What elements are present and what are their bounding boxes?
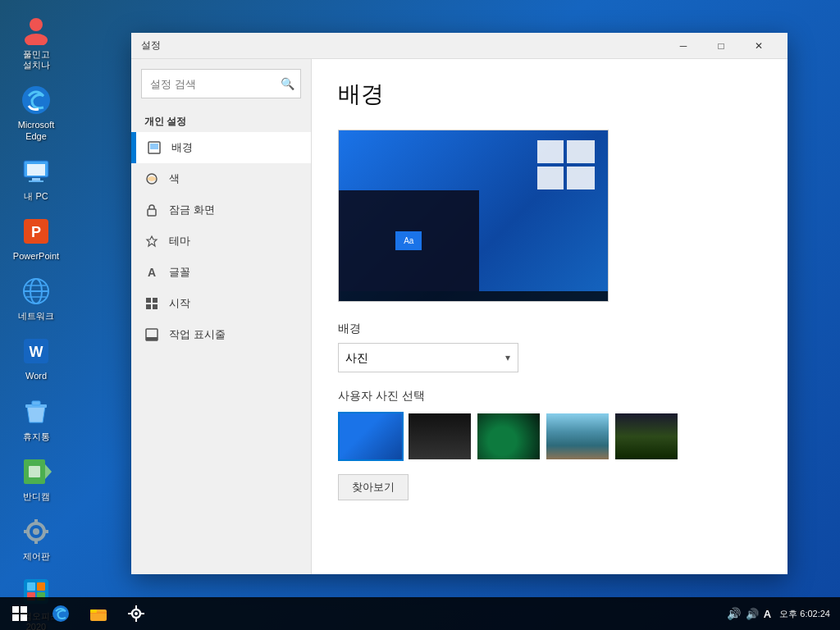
svg-rect-28 — [27, 582, 35, 591]
font-label: 글꼴 — [169, 265, 190, 280]
sidebar-item-theme[interactable]: 테마 — [131, 226, 311, 257]
sidebar-item-lockscreen[interactable]: 잠금 화면 — [131, 194, 311, 226]
recycle-icon — [20, 395, 52, 428]
svg-point-1 — [25, 34, 48, 45]
desktop-icon-word[interactable]: W Word — [7, 330, 66, 386]
desktop-icon-ppt[interactable]: P PowerPoint — [7, 210, 66, 267]
photo-thumb-3-image — [477, 413, 540, 459]
mypc-icon — [20, 155, 52, 188]
taskbar-apps — [39, 597, 720, 630]
sidebar-item-font[interactable]: A 글꼴 — [131, 257, 311, 288]
settings-search-input[interactable] — [141, 69, 301, 98]
close-button[interactable]: ✕ — [740, 33, 778, 59]
svg-rect-71 — [141, 613, 144, 614]
window-title: 설정 — [141, 39, 664, 52]
network-icon — [20, 275, 52, 308]
taskbar-settings[interactable] — [118, 597, 154, 630]
manage-label: 풀민고설치나 — [23, 49, 50, 71]
sidebar-item-color[interactable]: 색 — [131, 163, 311, 194]
lockscreen-icon — [144, 203, 159, 217]
photo-thumb-4-image — [546, 413, 609, 459]
bandicam-icon — [20, 455, 52, 488]
volume-icon: 🔊 — [746, 608, 759, 620]
personal-settings-section: 개인 설정 — [131, 108, 311, 132]
svg-text:P: P — [31, 224, 41, 240]
preview-taskbar — [339, 291, 608, 301]
desktop-icon-mypc[interactable]: 내 PC — [7, 150, 66, 207]
edge-icon — [20, 84, 52, 116]
maximize-button[interactable]: □ — [702, 33, 740, 59]
photo-thumb-1-image — [340, 413, 402, 459]
desktop-icon-control[interactable]: 제어판 — [7, 510, 66, 567]
ppt-icon: P — [20, 215, 52, 248]
taskbar-label: 작업 표시줄 — [169, 327, 226, 342]
sidebar-item-background[interactable]: 배경 — [131, 132, 311, 163]
taskbar-sidebar-icon — [144, 327, 159, 342]
window-body: 🔍 개인 설정 배경 색 — [131, 59, 788, 574]
win-logo-preview — [537, 140, 595, 189]
background-label: 배경 — [171, 140, 193, 155]
svg-rect-48 — [148, 209, 156, 216]
photo-thumb-4[interactable] — [545, 412, 610, 461]
time-display: 오후 6:02:24 — [779, 608, 830, 620]
main-content: 배경 Aa — [312, 59, 788, 574]
svg-rect-29 — [37, 582, 45, 591]
svg-rect-58 — [567, 167, 595, 189]
svg-rect-5 — [32, 178, 40, 180]
desktop-icon-recycle[interactable]: 휴지통 — [7, 390, 66, 447]
taskbar-explorer[interactable] — [80, 597, 116, 630]
minimize-button[interactable]: ─ — [664, 33, 702, 59]
desktop-icon-edge[interactable]: MicrosoftEdge — [7, 79, 66, 146]
background-icon — [147, 140, 162, 155]
window-titlebar: 설정 ─ □ ✕ — [131, 33, 788, 59]
start-icon — [11, 605, 28, 622]
svg-rect-51 — [146, 304, 151, 309]
background-type-dropdown-wrapper: 사진 단색 슬라이드 쇼 ▾ — [338, 343, 518, 372]
taskbar: 🔊 🔊 A 오후 6:02:24 — [0, 597, 840, 630]
start-icon — [144, 296, 159, 311]
desktop-icon-manage[interactable]: 풀민고설치나 — [7, 8, 66, 75]
control-icon — [20, 515, 52, 548]
preview-theme-box: Aa — [395, 231, 422, 250]
start-label: 시작 — [169, 296, 190, 311]
svg-rect-55 — [537, 140, 564, 163]
photo-thumb-5[interactable] — [614, 412, 679, 461]
svg-rect-46 — [150, 144, 158, 149]
svg-rect-24 — [34, 539, 38, 544]
background-preview: Aa — [338, 130, 609, 302]
search-icon: 🔍 — [281, 77, 294, 90]
ppt-label: PowerPoint — [13, 251, 59, 262]
sidebar-item-taskbar[interactable]: 작업 표시줄 — [131, 319, 311, 350]
preview-wallpaper: Aa — [339, 130, 608, 301]
mypc-label: 내 PC — [24, 191, 48, 202]
photo-thumb-3[interactable] — [476, 412, 541, 461]
svg-point-22 — [33, 528, 39, 535]
svg-rect-59 — [12, 606, 19, 613]
bandicam-label: 반디캠 — [23, 491, 50, 502]
svg-rect-50 — [153, 298, 158, 303]
taskbar-tray: 🔊 🔊 A 오후 6:02:24 — [720, 607, 840, 620]
svg-rect-70 — [128, 613, 131, 614]
theme-icon — [144, 234, 159, 249]
desktop-icon-list: 풀민고설치나 MicrosoftEdge 내 PC — [7, 8, 66, 630]
svg-text:W: W — [30, 344, 43, 360]
desktop-icon-bandicam[interactable]: 반디캠 — [7, 450, 66, 507]
photo-thumb-2-image — [409, 413, 471, 459]
window-controls: ─ □ ✕ — [664, 33, 778, 59]
browse-button[interactable]: 찾아보기 — [338, 474, 409, 500]
background-type-select[interactable]: 사진 단색 슬라이드 쇼 — [338, 343, 518, 372]
network-tray-icon: 🔊 — [727, 607, 741, 620]
lang-indicator: A — [764, 608, 771, 620]
color-icon — [144, 171, 159, 186]
photo-thumb-2[interactable] — [407, 412, 472, 461]
sidebar-item-start[interactable]: 시작 — [131, 288, 311, 319]
photo-thumb-5-image — [615, 413, 678, 459]
svg-rect-68 — [135, 605, 137, 609]
start-button[interactable] — [0, 597, 39, 630]
photo-thumb-1[interactable] — [338, 412, 404, 461]
desktop-icon-network[interactable]: 네트워크 — [7, 270, 66, 326]
font-icon: A — [144, 265, 159, 280]
preview-overlay: Aa — [339, 190, 479, 291]
taskbar-edge[interactable] — [43, 597, 79, 630]
svg-rect-17 — [32, 401, 40, 405]
